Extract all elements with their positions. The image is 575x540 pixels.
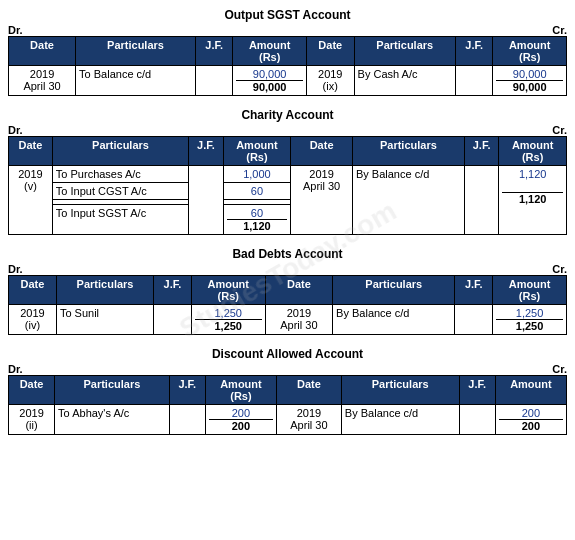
th-amount-r: Amount(Rs) [493,37,567,66]
jf-left-2 [189,166,223,235]
jf-left-3 [154,305,192,335]
output-sgst-title: Output SGST Account [8,8,567,22]
cr-label-2: Cr. [552,124,567,136]
jf-left-4 [169,405,205,435]
amount-left-2b: 60 [223,183,291,200]
amount-left-2d: 60 1,120 [223,205,291,235]
th-amount-r4: Amount [495,376,566,405]
th-jf-r: J.F. [455,37,492,66]
date-right-4: 2019April 30 [276,405,341,435]
table-row: 2019(ii) To Abhay's A/c 200 200 2019Apri… [9,405,567,435]
th-date-r4: Date [276,376,341,405]
jf-right [455,66,492,96]
amount-left-2a: 1,000 [223,166,291,183]
particular-left-2b: To Input CGST A/c [52,183,188,200]
th-date-r: Date [306,37,354,66]
th-jf-l: J.F. [195,37,232,66]
th-date-l3: Date [9,276,57,305]
particular-left: To Balance c/d [76,66,196,96]
bad-debts-table: Date Particulars J.F. Amount(Rs) Date Pa… [8,275,567,335]
th-jf-r4: J.F. [459,376,495,405]
particular-left-2a: To Purchases A/c [52,166,188,183]
particular-left-3: To Sunil [56,305,153,335]
table-row: 2019(v) To Purchases A/c 1,000 2019April… [9,166,567,183]
date-right-2: 2019April 30 [291,166,353,235]
date-left-2: 2019(v) [9,166,53,235]
th-jf-l4: J.F. [169,376,205,405]
particular-right: By Cash A/c [354,66,455,96]
date-right-3: 2019April 30 [265,305,332,335]
th-amount-l4: Amount(Rs) [205,376,276,405]
dr-cr-row: Dr. Cr. [8,24,567,36]
output-sgst-section: Output SGST Account Dr. Cr. Date Particu… [8,8,567,96]
bad-debts-section: Bad Debts Account Dr. Cr. Date Particula… [8,247,567,335]
table-row: 2019(iv) To Sunil 1,250 1,250 2019April … [9,305,567,335]
th-jf-l3: J.F. [154,276,192,305]
th-date-r3: Date [265,276,332,305]
charity-title: Charity Account [8,108,567,122]
th-particulars-l3: Particulars [56,276,153,305]
particular-left-4: To Abhay's A/c [55,405,170,435]
particular-right-3: By Balance c/d [333,305,455,335]
amount-left-3: 1,250 1,250 [191,305,265,335]
amount-left-4: 200 200 [205,405,276,435]
th-amount-r3: Amount(Rs) [493,276,567,305]
th-date-r2: Date [291,137,353,166]
th-particulars-l2: Particulars [52,137,188,166]
date-right: 2019(ix) [306,66,354,96]
dr-cr-row-3: Dr. Cr. [8,263,567,275]
th-amount-l3: Amount(Rs) [191,276,265,305]
discount-allowed-title: Discount Allowed Account [8,347,567,361]
dr-label: Dr. [8,24,23,36]
amount-right-2: 1,120 1,120 [499,166,567,235]
charity-table: Date Particulars J.F. Amount(Rs) Date Pa… [8,136,567,235]
th-date-l: Date [9,37,76,66]
particular-right-2: By Balance c/d [352,166,464,235]
th-particulars-r: Particulars [354,37,455,66]
th-amount-l: Amount(Rs) [233,37,307,66]
discount-allowed-section: Discount Allowed Account Dr. Cr. Date Pa… [8,347,567,435]
th-date-l2: Date [9,137,53,166]
th-particulars-l4: Particulars [55,376,170,405]
cr-label-3: Cr. [552,263,567,275]
th-amount-r2: Amount(Rs) [499,137,567,166]
dr-label-2: Dr. [8,124,23,136]
charity-section: Charity Account Dr. Cr. Date Particulars… [8,108,567,235]
particular-right-4: By Balance c/d [341,405,459,435]
dr-cr-row-2: Dr. Cr. [8,124,567,136]
th-date-l4: Date [9,376,55,405]
date-left: 2019April 30 [9,66,76,96]
th-amount-l2: Amount(Rs) [223,137,291,166]
th-jf-l2: J.F. [189,137,223,166]
th-jf-r3: J.F. [455,276,493,305]
date-left-3: 2019(iv) [9,305,57,335]
amount-left: 90,000 90,000 [233,66,307,96]
particular-left-2d: To Input SGST A/c [52,205,188,235]
jf-right-3 [455,305,493,335]
jf-left [195,66,232,96]
dr-label-3: Dr. [8,263,23,275]
bad-debts-title: Bad Debts Account [8,247,567,261]
th-jf-r2: J.F. [464,137,498,166]
dr-cr-row-4: Dr. Cr. [8,363,567,375]
table-row: 2019April 30 To Balance c/d 90,000 90,00… [9,66,567,96]
jf-right-2 [464,166,498,235]
discount-allowed-table: Date Particulars J.F. Amount(Rs) Date Pa… [8,375,567,435]
th-particulars-l: Particulars [76,37,196,66]
th-particulars-r4: Particulars [341,376,459,405]
amount-right: 90,000 90,000 [493,66,567,96]
jf-right-4 [459,405,495,435]
amount-right-4: 200 200 [495,405,566,435]
dr-label-4: Dr. [8,363,23,375]
date-left-4: 2019(ii) [9,405,55,435]
amount-right-3: 1,250 1,250 [493,305,567,335]
cr-label-4: Cr. [552,363,567,375]
th-particulars-r2: Particulars [352,137,464,166]
output-sgst-table: Date Particulars J.F. Amount(Rs) Date Pa… [8,36,567,96]
th-particulars-r3: Particulars [333,276,455,305]
cr-label: Cr. [552,24,567,36]
